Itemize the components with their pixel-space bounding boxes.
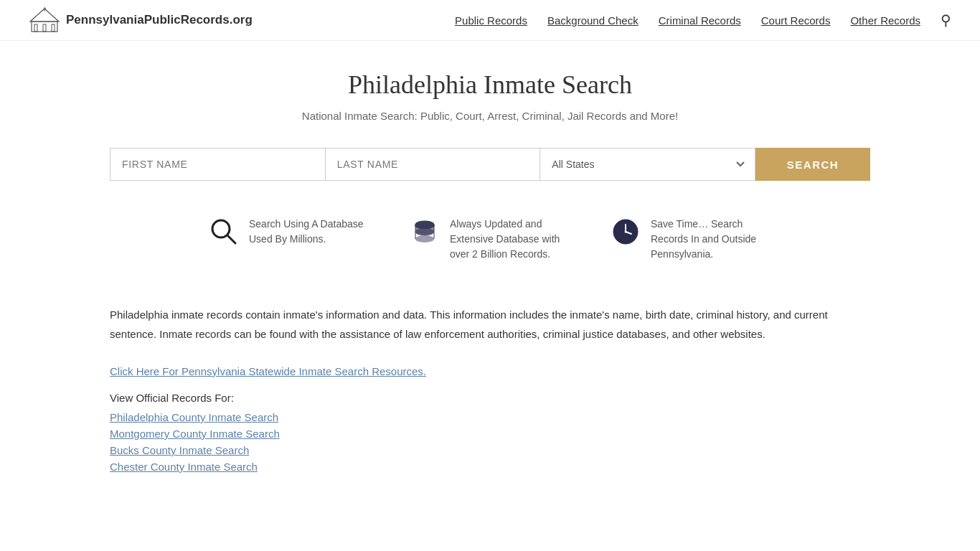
database-icon [411, 218, 438, 250]
feature-database-text: Always Updated and Extensive Database wi… [450, 217, 569, 262]
feature-database: Always Updated and Extensive Database wi… [411, 217, 569, 262]
feature-time-text: Save Time… Search Records In and Outside… [651, 217, 770, 262]
description-text: Philadelphia inmate records contain inma… [110, 305, 870, 344]
state-select[interactable]: All States Alabama Alaska Arizona Arkans… [540, 148, 755, 181]
county-link-bucks[interactable]: Bucks County Inmate Search [110, 444, 870, 456]
view-official-label: View Official Records For: [110, 392, 870, 404]
nav-other-records[interactable]: Other Records [850, 14, 920, 27]
svg-rect-3 [52, 24, 55, 32]
site-header: PennsylvaniaPublicRecords.org Public Rec… [0, 0, 980, 41]
page-title: Philadelphia Inmate Search [110, 70, 870, 100]
svg-rect-1 [34, 24, 37, 32]
feature-time: Save Time… Search Records In and Outside… [612, 217, 770, 262]
page-subtitle: National Inmate Search: Public, Court, A… [110, 110, 870, 122]
county-link-chester[interactable]: Chester County Inmate Search [110, 461, 870, 473]
nav-search-icon[interactable]: ⚲ [941, 11, 951, 29]
nav-public-records[interactable]: Public Records [455, 14, 527, 27]
svg-point-13 [415, 235, 434, 242]
county-links-list: Philadelphia County Inmate Search Montgo… [110, 411, 870, 473]
main-content: Philadelphia Inmate Search National Inma… [95, 41, 885, 523]
search-form: All States Alabama Alaska Arizona Arkans… [110, 148, 870, 181]
logo-building-icon [29, 7, 60, 33]
link-section: Click Here For Pennsylvania Statewide In… [110, 365, 870, 473]
svg-rect-2 [43, 24, 46, 32]
features-row: Search Using A Database Used By Millions… [110, 209, 870, 269]
county-link-philadelphia[interactable]: Philadelphia County Inmate Search [110, 411, 870, 423]
clock-icon [612, 218, 639, 250]
feature-search-text: Search Using A Database Used By Millions… [249, 217, 368, 247]
svg-point-18 [625, 231, 627, 233]
logo-label: PennsylvaniaPublicRecords.org [66, 13, 253, 27]
last-name-input[interactable] [325, 148, 540, 181]
site-logo[interactable]: PennsylvaniaPublicRecords.org [29, 7, 253, 33]
svg-point-11 [415, 221, 434, 228]
search-button[interactable]: SEARCH [755, 148, 870, 181]
feature-search: Search Using A Database Used By Millions… [210, 217, 368, 250]
nav-background-check[interactable]: Background Check [547, 14, 639, 27]
magnifier-icon [210, 218, 237, 250]
statewide-link[interactable]: Click Here For Pennsylvania Statewide In… [110, 365, 426, 377]
county-link-montgomery[interactable]: Montgomery County Inmate Search [110, 428, 870, 440]
svg-rect-0 [32, 22, 57, 32]
main-nav: Public Records Background Check Criminal… [455, 11, 951, 29]
svg-point-12 [415, 228, 434, 235]
nav-court-records[interactable]: Court Records [761, 14, 831, 27]
first-name-input[interactable] [110, 148, 325, 181]
nav-criminal-records[interactable]: Criminal Records [659, 14, 741, 27]
svg-line-8 [227, 235, 235, 243]
